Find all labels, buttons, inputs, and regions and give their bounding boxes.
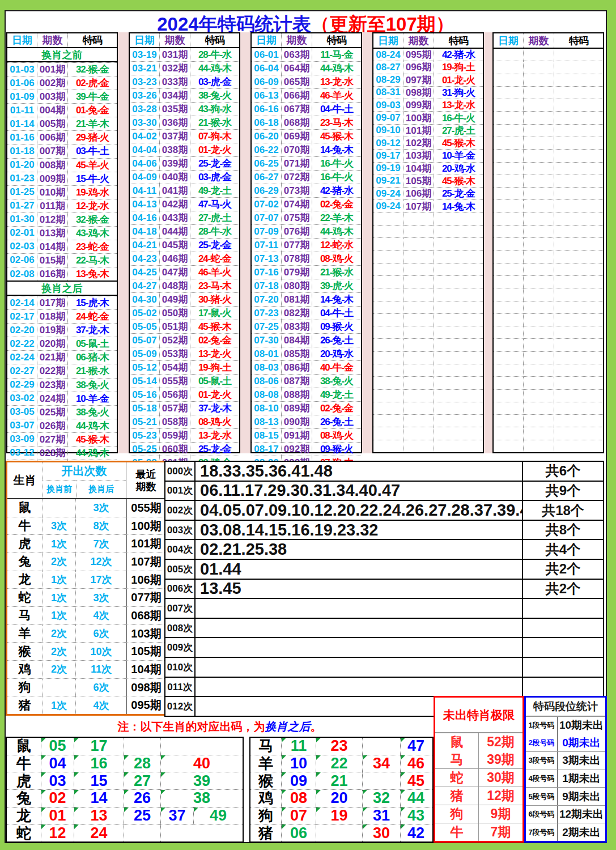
spot-row: 03-28035期43-狗-水 (130, 102, 239, 116)
spot-row: 02-29023期38-兔-火 (7, 378, 117, 392)
period-cell (523, 402, 554, 414)
date-cell: 06-20 (252, 130, 281, 143)
code-cell (434, 288, 483, 300)
date-cell: 05-07 (130, 334, 159, 347)
spot-table-group: 日期期数特码03-19031期28-牛-水03-21032期44-鸡-木03-2… (129, 32, 240, 453)
period-cell: 032期 (159, 62, 190, 75)
period-cell (523, 415, 554, 427)
spot-row: 06-25071期16-牛-火 (252, 156, 361, 170)
code-cell: 45-猴-木 (67, 433, 117, 446)
segment-row: 2段号码0期未出 (526, 734, 605, 752)
spot-row: 06-04064期44-鸡-木 (252, 61, 361, 75)
code-cell: 49-龙-土 (190, 184, 239, 197)
spot-row (373, 440, 483, 452)
number-value: 22 (330, 755, 347, 772)
date-cell: 09-19 (373, 163, 403, 175)
period-cell: 002期 (37, 76, 67, 90)
spot-row (494, 124, 603, 137)
spot-row: 07-07075期22-羊-木 (252, 211, 361, 224)
period-cell: 031期 (159, 48, 190, 61)
code-cell: 04-牛-土 (312, 307, 361, 320)
period-cell (523, 125, 554, 137)
code-cell: 45-猴-木 (190, 320, 239, 333)
period-cell (403, 213, 434, 225)
period-cell: 046期 (159, 252, 190, 265)
date-cell: 05-14 (130, 375, 159, 388)
period-cell: 096期 (403, 61, 434, 73)
zodiac-number-row: 鸡08203244 (250, 789, 432, 807)
code-cell (434, 402, 483, 414)
period-cell: 034期 (159, 89, 190, 102)
code-cell (554, 352, 603, 364)
recent-period: 100期 (126, 517, 165, 535)
zodiac-number-row: 牛04162840 (7, 755, 243, 772)
date-cell: 03-05 (7, 406, 37, 419)
missing-zodiac-name: 蛇 (435, 769, 478, 787)
spot-row: 08-24095期42-猪-水 (373, 49, 483, 61)
code-cell: 46-羊-火 (312, 89, 361, 102)
date-cell: 06-16 (252, 103, 281, 116)
note-highlight: 换肖之后 (265, 719, 311, 734)
code-cell: 23-马-木 (190, 279, 239, 292)
code-cell: 12-蛇-水 (312, 239, 361, 252)
spot-row: 08-31098期31-狗-火 (373, 86, 483, 99)
number-value: 39 (193, 772, 210, 790)
code-cell: 31-狗-火 (434, 87, 483, 99)
spot-row: 02-08016期13-兔-木 (7, 267, 117, 280)
code-cell: 25-龙-金 (190, 443, 239, 456)
code-cell (554, 288, 603, 300)
page-title: 2024年特码统计表（更新至107期） (5, 12, 607, 32)
spot-row (373, 389, 483, 402)
period-cell (523, 188, 554, 199)
frequency-row: 008次 (165, 618, 603, 638)
code-cell: 10-羊-金 (434, 150, 483, 162)
spot-row (494, 162, 603, 175)
date-cell: 09-07 (373, 112, 403, 124)
spot-row: 01-30012期32-猴-金 (7, 212, 117, 226)
group-body (494, 49, 603, 452)
period-cell: 005期 (37, 117, 67, 130)
date-cell: 07-16 (252, 266, 281, 279)
corner-marker-icon (41, 755, 46, 760)
date-cell (494, 251, 523, 263)
zodiac-name: 兔 (7, 553, 42, 571)
date-cell: 01-11 (7, 104, 37, 117)
code-cell: 45-羊-火 (67, 159, 117, 172)
count-after: 4次 (75, 607, 126, 624)
number-cell: 43 (400, 808, 431, 824)
column-header-row: 日期期数特码 (7, 33, 117, 48)
number-value: 17 (90, 737, 107, 755)
date-cell: 01-09 (7, 90, 37, 103)
spot-row (494, 175, 603, 187)
code-cell (554, 314, 603, 326)
separator-strip (362, 32, 372, 453)
zodiac-count-row: 鸡2次11次104期 (7, 660, 165, 678)
date-cell (494, 150, 523, 162)
code-cell: 38-兔-火 (67, 379, 117, 392)
date-cell: 02-08 (7, 267, 37, 280)
date-cell: 09-03 (373, 99, 403, 111)
code-cell: 38-兔-火 (67, 406, 117, 419)
period-cell (403, 288, 434, 300)
date-cell: 04-06 (130, 157, 159, 170)
spot-row: 09-24107期14-兔-木 (373, 199, 483, 212)
code-cell: 38-兔-火 (312, 375, 361, 388)
missing-zodiac-name: 马 (435, 751, 478, 768)
date-cell: 03-28 (130, 103, 159, 116)
date-cell: 06-27 (252, 171, 281, 184)
count-before: 1次 (42, 571, 75, 589)
date-cell (373, 288, 403, 300)
corner-marker-icon (282, 808, 286, 812)
segment-row: 4段号码1期未出 (526, 770, 605, 788)
frequency-numbers (196, 638, 522, 657)
frequency-count: 共9个 (522, 482, 603, 500)
frequency-label: 009次 (165, 638, 196, 657)
frequency-row: 005次01.44共2个 (165, 559, 603, 579)
frequency-numbers: 03.08.14.15.16.19.23.32 (196, 521, 522, 539)
date-cell (373, 352, 403, 364)
code-cell (554, 226, 603, 237)
number-value: 32 (373, 789, 390, 807)
period-cell (403, 251, 434, 263)
spot-row: 06-13066期46-羊-火 (252, 88, 361, 102)
period-cell: 049期 (159, 293, 190, 306)
